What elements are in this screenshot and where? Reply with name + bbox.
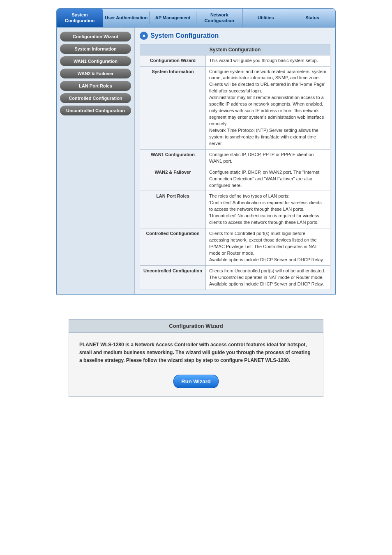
table-row-label: WAN1 Configuration: [140, 149, 206, 167]
page-title-icon: ■: [140, 32, 148, 40]
table-row-label: Uncontrolled Configuration: [140, 265, 206, 290]
content-area: ■ System Configuration System Configurat…: [135, 28, 335, 294]
info-table: System Configuration Configuration Wizar…: [140, 44, 330, 290]
bottom-description: PLANET WLS-1280 is a Network Access Cont…: [69, 333, 323, 371]
nav-tab-utilities[interactable]: Utilities: [243, 12, 289, 24]
sidebar-btn-lan-port-roles[interactable]: LAN Port Roles: [60, 81, 131, 91]
nav-tab-user-authentication[interactable]: User Authentication: [103, 12, 150, 24]
nav-tab-ap-management[interactable]: AP Management: [150, 12, 196, 24]
table-row-description: Configure static IP, DHCP, PPTP or PPPoE…: [205, 149, 330, 167]
page-title: ■ System Configuration: [140, 32, 330, 40]
sidebar-btn-uncontrolled-configuration[interactable]: Uncontrolled Configuration: [60, 106, 131, 115]
table-row: System InformationConfigure system and n…: [140, 66, 330, 149]
nav-tab-status[interactable]: Status: [289, 12, 335, 24]
run-wizard-button[interactable]: Run Wizard: [173, 375, 219, 388]
table-row-description: This wizard will guide you through basic…: [205, 55, 330, 66]
table-row-label: Controlled Configuration: [140, 228, 206, 266]
page-title-text: System Configuration: [150, 32, 219, 39]
table-row: LAN Port RolesThe roles define two types…: [140, 191, 330, 228]
sidebar-btn-wan1-configuration[interactable]: WAN1 Configuration: [60, 56, 131, 66]
table-row: Controlled ConfigurationClients from Con…: [140, 228, 330, 266]
nav-tab-system-configuration[interactable]: System Configuration: [57, 9, 103, 27]
nav-tab-network-configuration[interactable]: Network Configuration: [196, 9, 243, 27]
table-row-label: LAN Port Roles: [140, 191, 206, 228]
table-row-description: Clients from Uncontrolled port(s) will n…: [205, 265, 330, 290]
top-navigation: System ConfigurationUser AuthenticationA…: [56, 8, 336, 28]
sidebar: Configuration WizardSystem InformationWA…: [57, 28, 135, 294]
table-row-label: WAN2 & Failover: [140, 167, 206, 191]
table-row-description: Clients from Controlled port(s) must log…: [205, 228, 330, 266]
table-header: System Configuration: [140, 44, 330, 55]
table-row: WAN2 & FailoverConfigure static IP, DHCP…: [140, 167, 330, 191]
bottom-section-title: Configuration Wizard: [69, 320, 323, 333]
bottom-section: Configuration Wizard PLANET WLS-1280 is …: [69, 319, 323, 397]
table-row-label: System Information: [140, 66, 206, 149]
table-row: Uncontrolled ConfigurationClients from U…: [140, 265, 330, 290]
sidebar-btn-controlled-configuration[interactable]: Controlled Configuration: [60, 93, 131, 103]
table-row-description: The roles define two types of LAN ports:…: [205, 191, 330, 228]
sidebar-btn-configuration-wizard[interactable]: Configuration Wizard: [60, 32, 131, 41]
table-row-label: Configuration Wizard: [140, 55, 206, 66]
table-row: WAN1 ConfigurationConfigure static IP, D…: [140, 149, 330, 167]
sidebar-btn-wan2--failover[interactable]: WAN2 & Failover: [60, 69, 131, 78]
table-row: Configuration WizardThis wizard will gui…: [140, 55, 330, 66]
main-container: Configuration WizardSystem InformationWA…: [56, 28, 336, 295]
sidebar-btn-system-information[interactable]: System Information: [60, 44, 131, 54]
table-row-description: Configure system and network related par…: [205, 66, 330, 149]
table-row-description: Configure static IP, DHCP, on WAN2 port.…: [205, 167, 330, 191]
